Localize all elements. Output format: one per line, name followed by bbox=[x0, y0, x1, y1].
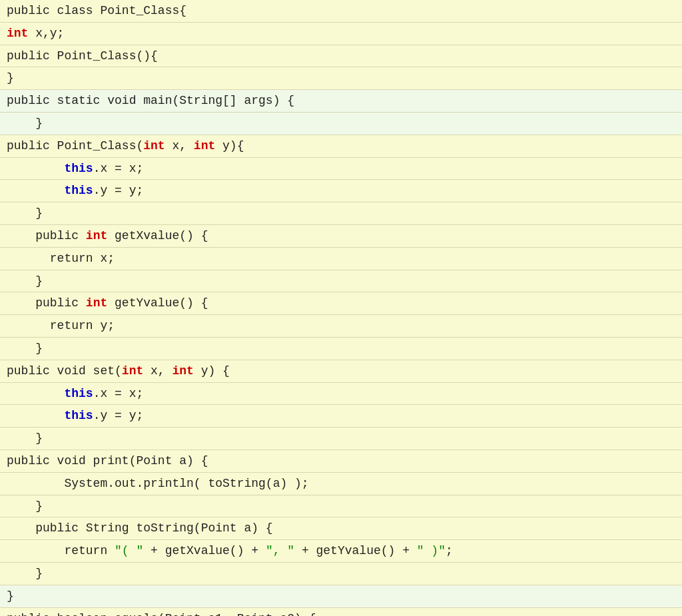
code-token: this bbox=[64, 387, 93, 400]
code-line: public void print(Point a) { bbox=[0, 450, 682, 473]
code-token: public class Point_Class{ bbox=[7, 4, 186, 17]
code-line: } bbox=[0, 202, 682, 225]
code-token: " )" bbox=[417, 544, 446, 557]
code-token: .y = y; bbox=[93, 184, 144, 197]
code-token: int bbox=[122, 364, 143, 378]
code-line: public String toString(Point a) { bbox=[0, 517, 682, 540]
code-token: } bbox=[7, 117, 43, 130]
code-line: return y; bbox=[0, 315, 682, 338]
code-line: } bbox=[0, 563, 682, 585]
code-token: public Point_Class(){ bbox=[7, 49, 158, 63]
code-token: } bbox=[7, 342, 43, 355]
code-token: } bbox=[7, 206, 43, 220]
code-line: this.y = y; bbox=[0, 180, 682, 202]
code-token: public static void main(String[] args) { bbox=[7, 94, 294, 107]
code-line: return x; bbox=[0, 248, 682, 270]
code-token: x,y; bbox=[28, 27, 64, 40]
code-token: this bbox=[64, 184, 93, 197]
code-line: this.x = x; bbox=[0, 158, 682, 180]
code-token: ", " bbox=[266, 544, 294, 557]
code-token: } bbox=[7, 589, 14, 603]
code-line: public void set(int x, int y) { bbox=[0, 360, 682, 383]
code-token: int bbox=[143, 139, 165, 153]
code-line: } bbox=[0, 428, 682, 450]
code-token: } bbox=[7, 71, 14, 85]
code-token: public bbox=[7, 229, 86, 242]
code-token: return y; bbox=[7, 319, 115, 332]
code-token: public bbox=[7, 296, 86, 310]
code-token bbox=[7, 387, 64, 400]
code-token: .x = x; bbox=[93, 162, 144, 175]
code-token: int bbox=[86, 296, 107, 310]
code-line: public Point_Class(int x, int y){ bbox=[0, 135, 682, 158]
code-line: public boolean equals(Point a1, Point a2… bbox=[0, 608, 682, 616]
code-line: } bbox=[0, 67, 682, 90]
code-token: .x = x; bbox=[93, 387, 144, 400]
code-token bbox=[7, 184, 64, 197]
code-line: } bbox=[0, 495, 682, 518]
code-token: .y = y; bbox=[93, 409, 144, 422]
code-token: return bbox=[7, 544, 115, 557]
code-token: int bbox=[172, 364, 193, 378]
code-token: } bbox=[7, 432, 43, 445]
code-line: return "( " + getXvalue() + ", " + getYv… bbox=[0, 540, 682, 563]
code-token: System.out.println( toString(a) ); bbox=[7, 477, 309, 490]
code-token: public void print(Point a) { bbox=[7, 454, 208, 467]
code-token: ; bbox=[446, 544, 453, 557]
code-token: this bbox=[64, 162, 93, 175]
code-token: public void set( bbox=[7, 364, 122, 378]
code-line: this.x = x; bbox=[0, 383, 682, 406]
code-line: System.out.println( toString(a) ); bbox=[0, 473, 682, 495]
code-token: int bbox=[7, 27, 28, 40]
code-line: public int getYvalue() { bbox=[0, 292, 682, 315]
code-line: } bbox=[0, 113, 682, 135]
code-token: y) { bbox=[194, 364, 230, 378]
code-line: int x,y; bbox=[0, 23, 682, 45]
code-line: public class Point_Class{ bbox=[0, 0, 682, 23]
code-line: this.y = y; bbox=[0, 405, 682, 428]
code-token: } bbox=[7, 499, 43, 513]
code-token: getYvalue() { bbox=[107, 296, 208, 310]
code-line: } bbox=[0, 338, 682, 360]
code-token: this bbox=[64, 409, 93, 422]
code-token: y){ bbox=[215, 139, 244, 153]
code-line: public static void main(String[] args) { bbox=[0, 90, 682, 113]
code-token bbox=[7, 409, 64, 422]
code-token: "( " bbox=[115, 544, 143, 557]
code-token: + getYvalue() + bbox=[294, 544, 417, 557]
code-token: x, bbox=[165, 139, 194, 153]
code-token: x, bbox=[143, 364, 172, 378]
code-token: } bbox=[7, 274, 43, 288]
code-token bbox=[7, 162, 64, 175]
code-token: int bbox=[194, 139, 215, 153]
code-token: } bbox=[7, 567, 43, 580]
code-line: public Point_Class(){ bbox=[0, 45, 682, 68]
code-token: public Point_Class( bbox=[7, 139, 143, 153]
code-token: + getXvalue() + bbox=[143, 544, 266, 557]
code-token: getXvalue() { bbox=[107, 229, 208, 242]
code-token: public String toString(Point a) { bbox=[7, 521, 273, 535]
code-token: return x; bbox=[7, 252, 115, 265]
code-container: public class Point_Class{int x,y;public … bbox=[0, 0, 682, 616]
code-line: } bbox=[0, 585, 682, 608]
code-token: int bbox=[86, 229, 107, 242]
code-token: public boolean equals(Point a1, Point a2… bbox=[7, 612, 316, 616]
code-line: } bbox=[0, 270, 682, 293]
code-lines: public class Point_Class{int x,y;public … bbox=[0, 0, 682, 616]
code-line: public int getXvalue() { bbox=[0, 225, 682, 248]
